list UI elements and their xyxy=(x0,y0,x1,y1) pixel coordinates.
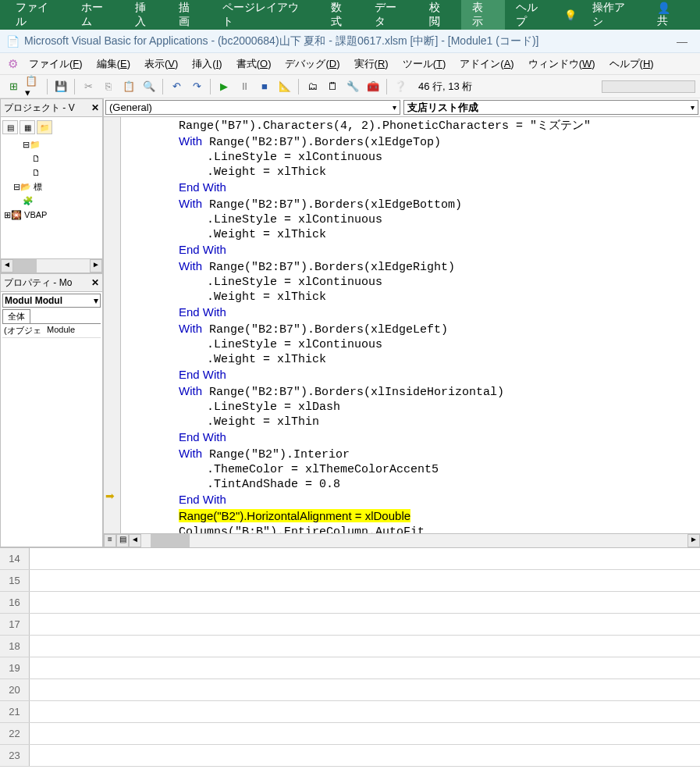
design-mode-icon[interactable]: 📐 xyxy=(276,78,293,95)
menu-view[interactable]: 表示(V) xyxy=(138,55,184,73)
ribbon-share[interactable]: 👤 共 xyxy=(646,0,695,30)
menu-run[interactable]: 実行(R) xyxy=(348,55,395,73)
row-header[interactable]: 18 xyxy=(0,636,30,657)
grid-row[interactable]: 23 xyxy=(0,745,700,767)
toolbar-spacer xyxy=(602,80,695,93)
undo-icon[interactable]: ↶ xyxy=(168,78,185,95)
properties-panel-title: プロパティ - Mo xyxy=(4,276,72,290)
row-header[interactable]: 23 xyxy=(0,745,30,766)
project-tree[interactable]: ⊟📁 🗋 🗋 ⊟📂 標 🧩 ⊞🎇 VBAP xyxy=(2,137,101,222)
row-header[interactable]: 21 xyxy=(0,701,30,722)
folder-toggle-icon[interactable]: 📁 xyxy=(37,120,52,134)
property-row[interactable]: (オブジェ Module xyxy=(2,324,101,338)
grid-row[interactable]: 19 xyxy=(0,657,700,679)
view-code-icon[interactable]: ▤ xyxy=(2,120,18,134)
menu-tools[interactable]: ツール(T) xyxy=(396,55,453,73)
ribbon-tab-ヘルプ[interactable]: ヘルプ xyxy=(505,0,560,30)
menu-file[interactable]: ファイル(F) xyxy=(23,55,89,73)
ribbon-tab-数式[interactable]: 数式 xyxy=(320,0,364,30)
properties-panel-header: プロパティ - Mo ✕ xyxy=(0,273,103,292)
insert-module-icon[interactable]: 📋▾ xyxy=(25,78,42,95)
save-icon[interactable]: 💾 xyxy=(52,78,69,95)
minimize-button[interactable]: — xyxy=(670,35,694,48)
object-browser-icon[interactable]: 🔧 xyxy=(344,78,361,95)
menu-debug[interactable]: デバッグ(D) xyxy=(279,55,346,73)
menu-help[interactable]: ヘルプ(H) xyxy=(603,55,660,73)
cut-icon[interactable]: ✂ xyxy=(80,78,97,95)
ribbon-tab-ページレイアウト[interactable]: ページレイアウト xyxy=(211,0,320,30)
row-header[interactable]: 15 xyxy=(0,570,30,591)
grid-row[interactable]: 18 xyxy=(0,636,700,657)
menu-addins[interactable]: アドイン(A) xyxy=(453,55,520,73)
project-explorer-icon[interactable]: 🗂 xyxy=(304,78,321,95)
grid-row[interactable]: 15 xyxy=(0,570,700,592)
ribbon-tab-表示[interactable]: 表示 xyxy=(461,0,505,30)
row-header[interactable]: 22 xyxy=(0,723,30,744)
view-object-icon[interactable]: ▦ xyxy=(20,120,35,134)
project-panel-close-icon[interactable]: ✕ xyxy=(91,102,99,113)
menu-edit[interactable]: 編集(E) xyxy=(91,55,137,73)
row-header[interactable]: 19 xyxy=(0,657,30,678)
vbe-window-title: Microsoft Visual Basic for Applications … xyxy=(24,34,539,48)
grid-row[interactable]: 21 xyxy=(0,701,700,723)
menu-insert[interactable]: 挿入(I) xyxy=(186,55,228,73)
ribbon-assist[interactable]: 操作アシ xyxy=(581,0,647,30)
ribbon-tab-ファイル[interactable]: ファイル xyxy=(5,0,70,30)
ribbon-tab-描画[interactable]: 描画 xyxy=(168,0,211,30)
help-icon[interactable]: ❔ xyxy=(392,78,409,95)
grid-row[interactable]: 20 xyxy=(0,679,700,701)
row-header[interactable]: 17 xyxy=(0,614,30,635)
copy-icon[interactable]: ⎘ xyxy=(100,78,117,95)
redo-icon[interactable]: ↷ xyxy=(188,78,205,95)
paste-icon[interactable]: 📋 xyxy=(120,78,137,95)
worksheet-grid[interactable]: 14151617181920212223 xyxy=(0,547,700,767)
code-hscroll[interactable]: ≡▤ ◄► xyxy=(104,533,700,547)
find-icon[interactable]: 🔍 xyxy=(140,78,158,95)
project-hscroll[interactable]: ◄► xyxy=(1,258,102,272)
ribbon-tab-挿入[interactable]: 挿入 xyxy=(124,0,168,30)
menu-format[interactable]: 書式(O) xyxy=(230,55,278,73)
row-header[interactable]: 16 xyxy=(0,592,30,613)
tell-me-icon[interactable]: 💡 xyxy=(564,9,577,21)
vbe-gear-icon[interactable]: ⚙ xyxy=(8,57,18,71)
run-icon[interactable]: ▶ xyxy=(215,78,233,95)
project-panel-title: プロジェクト - V xyxy=(4,102,75,115)
row-header[interactable]: 20 xyxy=(0,679,30,700)
vbe-toolbar: ⊞ 📋▾ 💾 ✂ ⎘ 📋 🔍 ↶ ↷ ▶ ⏸ ■ 📐 🗂 🗒 🔧 🧰 ❔ 46 … xyxy=(0,75,700,98)
cursor-position: 46 行, 13 桁 xyxy=(418,80,472,94)
procedure-dropdown[interactable]: 支店リスト作成▾ xyxy=(403,100,698,115)
properties-object-select[interactable]: Modul Modul▾ xyxy=(2,294,101,308)
project-panel-header: プロジェクト - V ✕ xyxy=(0,98,103,117)
ribbon-tab-ホーム[interactable]: ホーム xyxy=(70,0,125,30)
properties-panel-close-icon[interactable]: ✕ xyxy=(91,277,99,288)
vbe-app-icon: 📄 xyxy=(6,35,20,48)
properties-tab-all[interactable]: 全体 xyxy=(2,309,30,323)
code-editor[interactable]: ➡ Range("B7").Characters(4, 2).PhoneticC… xyxy=(104,117,700,533)
object-dropdown[interactable]: (General)▾ xyxy=(105,100,400,115)
ribbon-tab-校閲[interactable]: 校閲 xyxy=(418,0,462,30)
properties-panel: Modul Modul▾ 全体 (オブジェ Module xyxy=(0,292,103,547)
code-gutter: ➡ xyxy=(104,117,121,533)
row-header[interactable]: 14 xyxy=(0,548,30,569)
toolbox-icon[interactable]: 🧰 xyxy=(364,78,382,95)
grid-row[interactable]: 14 xyxy=(0,548,700,570)
current-line-arrow-icon: ➡ xyxy=(105,490,115,502)
grid-row[interactable]: 16 xyxy=(0,592,700,614)
project-explorer[interactable]: ▤ ▦ 📁 ⊟📁 🗋 🗋 ⊟📂 標 🧩 ⊞🎇 VBAP ◄► xyxy=(0,117,103,273)
vbe-window-title-bar: 📄 Microsoft Visual Basic for Application… xyxy=(0,30,700,53)
grid-row[interactable]: 17 xyxy=(0,614,700,636)
ribbon-tab-データ[interactable]: データ xyxy=(364,0,418,30)
pause-icon[interactable]: ⏸ xyxy=(236,78,253,95)
stop-icon[interactable]: ■ xyxy=(256,78,273,95)
grid-row[interactable]: 22 xyxy=(0,723,700,745)
excel-view-icon[interactable]: ⊞ xyxy=(5,78,22,95)
menu-window[interactable]: ウィンドウ(W) xyxy=(522,55,602,73)
excel-ribbon: ファイルホーム挿入描画ページレイアウト数式データ校閲表示ヘルプ💡操作アシ👤 共 xyxy=(0,0,700,30)
properties-icon[interactable]: 🗒 xyxy=(324,78,341,95)
vbe-menu-bar: ⚙ ファイル(F) 編集(E) 表示(V) 挿入(I) 書式(O) デバッグ(D… xyxy=(0,53,700,75)
